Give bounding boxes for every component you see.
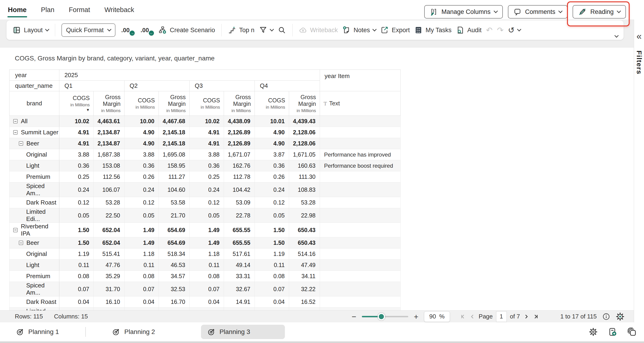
value-cell[interactable]: 0.26 xyxy=(255,171,289,183)
value-cell[interactable]: 158.95 xyxy=(159,160,190,171)
table-row[interactable]: Dark Roast 0.1253.280.1253.580.1253.090.… xyxy=(10,197,400,208)
value-cell[interactable]: 22.50 xyxy=(94,208,124,223)
value-cell[interactable]: 0.24 xyxy=(59,183,94,197)
text-cell[interactable] xyxy=(320,197,400,208)
value-cell[interactable]: 0.24 xyxy=(124,183,159,197)
year-dimension-label[interactable]: year xyxy=(10,70,59,81)
value-cell[interactable]: 2,128.06 xyxy=(289,127,320,138)
value-cell[interactable]: 4.91 xyxy=(190,127,224,138)
value-cell[interactable]: 1,687.38 xyxy=(94,149,124,160)
row-label-cell[interactable]: Dark Roast xyxy=(10,197,59,208)
value-cell[interactable]: 1,671.05 xyxy=(289,149,320,160)
quarter-header[interactable]: Q3 xyxy=(190,81,255,91)
value-cell[interactable]: 4.91 xyxy=(59,138,94,149)
value-cell[interactable]: 0.04 xyxy=(59,297,94,308)
collapse-icon[interactable] xyxy=(13,130,18,135)
value-cell[interactable]: 4.91 xyxy=(59,127,94,138)
refresh-button[interactable]: ↺ xyxy=(508,25,521,35)
value-cell[interactable]: 1.50 xyxy=(255,237,289,249)
table-row[interactable]: Spiced Am... 0.0731.700.0732.530.0732.67… xyxy=(10,282,400,297)
value-cell[interactable]: 0.36 xyxy=(124,160,159,171)
value-cell[interactable]: 518.34 xyxy=(159,249,190,260)
value-cell[interactable]: 47.49 xyxy=(289,260,320,271)
value-cell[interactable]: 0.11 xyxy=(255,260,289,271)
add-sheet-icon[interactable] xyxy=(608,327,617,337)
value-cell[interactable]: 4.90 xyxy=(255,127,289,138)
value-cell[interactable]: 22.98 xyxy=(289,208,320,223)
filter-button[interactable] xyxy=(259,26,273,34)
collapse-icon[interactable] xyxy=(19,141,23,146)
increase-decimal-button[interactable]: .00 → xyxy=(121,27,133,34)
text-cell[interactable] xyxy=(320,282,400,297)
value-cell[interactable]: 3.88 xyxy=(190,149,224,160)
export-button[interactable]: Export xyxy=(380,26,410,34)
value-cell[interactable]: 112.78 xyxy=(224,171,255,183)
value-cell[interactable]: 1.49 xyxy=(124,223,159,237)
filters-panel-label[interactable]: Filters xyxy=(635,50,643,75)
sheet-tab-planning-1[interactable]: Planning 1 xyxy=(10,325,65,339)
value-cell[interactable]: 4,438.09 xyxy=(224,116,255,127)
zoom-level-input[interactable]: 90 % xyxy=(424,311,450,322)
zoom-slider-knob[interactable] xyxy=(378,313,385,320)
value-cell[interactable]: 0.12 xyxy=(124,197,159,208)
table-row[interactable]: Beer 1.50652.041.49654.691.49655.551.506… xyxy=(10,237,400,249)
notes-button[interactable]: Notes xyxy=(342,26,376,34)
value-cell[interactable]: 4,467.68 xyxy=(159,116,190,127)
table-row[interactable]: Premium 0.25112.560.26111.270.25112.780.… xyxy=(10,171,400,183)
row-label-cell[interactable]: Original xyxy=(10,149,59,160)
value-cell[interactable]: 4.90 xyxy=(255,138,289,149)
measure-header[interactable]: Gross Marginin Millions xyxy=(94,91,124,116)
comments-button[interactable]: Comments xyxy=(508,5,568,18)
value-cell[interactable]: 1.49 xyxy=(190,237,224,249)
value-cell[interactable]: 0.07 xyxy=(124,282,159,297)
value-cell[interactable]: 104.42 xyxy=(224,183,255,197)
value-cell[interactable]: 514.16 xyxy=(289,249,320,260)
row-label-cell[interactable]: Premium xyxy=(10,271,59,282)
value-cell[interactable]: 16.70 xyxy=(159,297,190,308)
value-cell[interactable]: 654.69 xyxy=(159,223,190,237)
value-cell[interactable]: 22.78 xyxy=(224,208,255,223)
value-cell[interactable]: 106.07 xyxy=(94,183,124,197)
tab-format[interactable]: Format xyxy=(68,1,91,18)
value-cell[interactable]: 10.02 xyxy=(190,116,224,127)
value-cell[interactable]: 0.26 xyxy=(124,171,159,183)
value-cell[interactable]: 0.12 xyxy=(255,197,289,208)
value-cell[interactable]: 53.09 xyxy=(224,197,255,208)
text-cell[interactable] xyxy=(320,249,400,260)
measure-header[interactable]: Gross Marginin Millions xyxy=(289,91,320,116)
value-cell[interactable]: 0.05 xyxy=(124,208,159,223)
value-cell[interactable]: 32.67 xyxy=(224,282,255,297)
value-cell[interactable]: 655.55 xyxy=(224,223,255,237)
table-row[interactable]: Limited Edi... 0.0522.500.0521.700.0522.… xyxy=(10,208,400,223)
value-cell[interactable]: 10.00 xyxy=(124,116,159,127)
decrease-decimal-button[interactable]: .00 ← xyxy=(140,27,152,34)
table-row[interactable]: All 10.024,463.6110.004,467.6810.024,438… xyxy=(10,116,400,127)
text-cell[interactable] xyxy=(320,297,400,308)
value-cell[interactable]: 53.28 xyxy=(94,197,124,208)
value-cell[interactable]: 0.11 xyxy=(59,260,94,271)
collapse-icon[interactable] xyxy=(13,119,18,123)
value-cell[interactable]: 35.29 xyxy=(94,271,124,282)
text-cell[interactable]: Performance has improved xyxy=(320,149,400,160)
row-label-cell[interactable]: Spiced Am... xyxy=(10,282,59,297)
row-label-cell[interactable]: Premium xyxy=(10,171,59,183)
value-cell[interactable]: 1.18 xyxy=(190,249,224,260)
undo-button[interactable]: ↶ xyxy=(486,25,492,35)
value-cell[interactable]: 2,145.18 xyxy=(159,127,190,138)
audit-button[interactable]: Audit xyxy=(456,26,482,34)
row-label-cell[interactable]: Riverbend IPA xyxy=(10,223,59,237)
value-cell[interactable]: 162.76 xyxy=(224,160,255,171)
value-cell[interactable]: 0.08 xyxy=(190,271,224,282)
value-cell[interactable]: 10.02 xyxy=(59,116,94,127)
table-row[interactable]: Original 3.881,687.383.881,695.083.881,6… xyxy=(10,149,400,160)
previous-page-button[interactable] xyxy=(470,314,476,320)
row-label-cell[interactable]: Beer xyxy=(10,138,59,149)
table-row[interactable]: Light 0.1147.760.1146.530.1149.140.1147.… xyxy=(10,260,400,271)
value-cell[interactable]: 4.90 xyxy=(124,138,159,149)
measure-header[interactable]: COGSin Millions xyxy=(255,91,289,116)
value-cell[interactable]: 517.61 xyxy=(224,249,255,260)
value-cell[interactable]: 655.55 xyxy=(224,237,255,249)
text-cell[interactable] xyxy=(320,237,400,249)
value-cell[interactable]: 16.10 xyxy=(94,297,124,308)
value-cell[interactable]: 31.70 xyxy=(94,282,124,297)
